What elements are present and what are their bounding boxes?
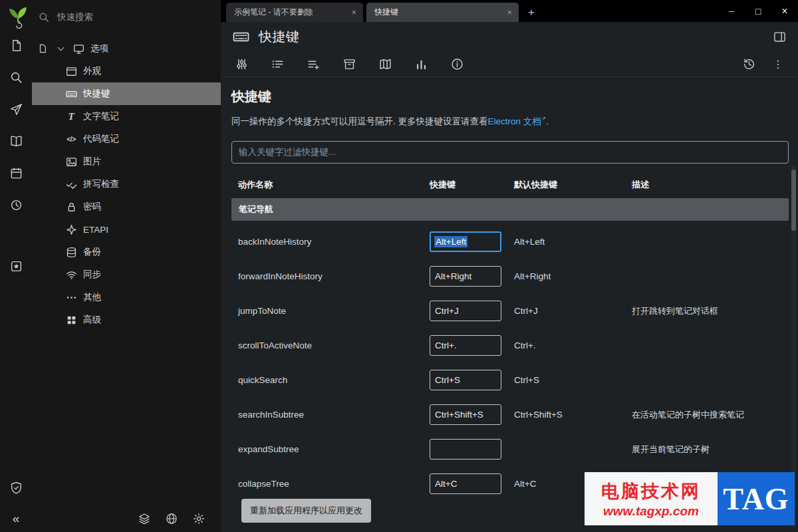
tab-sample-note[interactable]: 示例笔记 - 请不要删除 × xyxy=(226,3,363,22)
new-tab-button[interactable]: + xyxy=(522,3,541,22)
jump-to-note-icon[interactable] xyxy=(9,102,23,116)
sidebar-item-other[interactable]: 其他 xyxy=(32,286,221,309)
scrollbar-thumb[interactable] xyxy=(791,170,796,231)
shortcut-input[interactable]: Alt+Left xyxy=(430,231,501,252)
ellipsis-icon xyxy=(65,291,77,303)
tree-item-label: 其他 xyxy=(83,291,101,303)
collapse-tree-icon[interactable]: « xyxy=(9,511,23,525)
watermark-title: 电脑技术网 xyxy=(601,479,701,503)
shortcut-filter-input[interactable] xyxy=(231,141,789,164)
default-shortcut: Ctrl+S xyxy=(514,375,632,385)
gear-icon[interactable] xyxy=(192,511,206,526)
open-book-icon[interactable] xyxy=(9,134,23,148)
sliders-icon[interactable] xyxy=(235,58,248,70)
plus-icon: + xyxy=(528,6,535,19)
ribbon-toolbar: ⋮ xyxy=(221,52,798,77)
shortcut-input[interactable]: Ctrl+Shift+S xyxy=(430,404,501,425)
quick-search-button[interactable]: 快速搜索 xyxy=(39,11,93,23)
table-row: searchInSubtree Ctrl+Shift+S Ctrl+Shift+… xyxy=(231,398,789,432)
tree-item-label: 同步 xyxy=(83,269,101,281)
note-tree: 选项 外观 xyxy=(32,32,221,532)
shortcut-value: Alt+Left xyxy=(434,236,467,247)
shortcut-input[interactable]: Alt+C xyxy=(430,473,501,494)
right-pane-toggle-icon[interactable] xyxy=(773,31,786,43)
shortcut-description: 打开跳转到笔记对话框 xyxy=(632,305,789,317)
sidebar-item-backup[interactable]: 备份 xyxy=(32,241,221,263)
table-row: forwardInNoteHistory Alt+Right Alt+Right xyxy=(231,259,789,294)
shortcut-input[interactable]: Ctrl+J xyxy=(430,301,501,321)
sidebar-titlebar: 快速搜索 xyxy=(0,0,221,32)
shortcut-input[interactable]: Ctrl+S xyxy=(430,370,501,390)
maximize-button[interactable]: □ xyxy=(745,0,771,22)
shortcut-input[interactable] xyxy=(430,439,501,460)
tree-bottom-toolbar xyxy=(137,511,206,526)
info-icon[interactable] xyxy=(451,58,464,70)
sidebar-item-options-root[interactable]: 选项 xyxy=(32,37,221,60)
tab-label: 示例笔记 - 请不要删除 xyxy=(234,7,346,18)
wifi-icon xyxy=(65,269,77,281)
sidebar-item-text-notes[interactable]: T 文字笔记 xyxy=(32,105,221,128)
search-icon[interactable] xyxy=(9,70,23,84)
sidebar-item-password[interactable]: 密码 xyxy=(32,196,221,218)
sidebar-item-advanced[interactable]: 高级 xyxy=(32,309,221,331)
tree-item-label: 文字笔记 xyxy=(83,110,119,122)
globe-icon[interactable] xyxy=(164,511,179,526)
search-icon xyxy=(39,12,49,23)
new-note-icon[interactable] xyxy=(9,38,23,53)
sidebar-item-appearance[interactable]: 外观 xyxy=(32,60,221,82)
close-icon[interactable]: × xyxy=(507,7,512,17)
shortcut-value: Ctrl+J xyxy=(435,306,459,316)
minimize-button[interactable]: ─ xyxy=(718,0,745,22)
shortcut-value: Ctrl+Shift+S xyxy=(435,410,483,420)
tree-item-label: 外观 xyxy=(83,65,101,77)
page-icon xyxy=(37,43,49,55)
shortcut-value: Alt+Right xyxy=(435,271,471,281)
map-icon[interactable] xyxy=(379,58,392,70)
tab-label: 快捷键 xyxy=(374,7,501,18)
calendar-icon[interactable] xyxy=(9,166,23,180)
sidebar-item-sync[interactable]: 同步 xyxy=(32,263,221,286)
sidebar-item-etapi[interactable]: ETAPI xyxy=(32,218,221,241)
launcher-pane: « xyxy=(0,32,32,532)
action-name: backInNoteHistory xyxy=(238,237,430,247)
shortcut-input[interactable]: Ctrl+. xyxy=(430,335,501,356)
chevron-down-icon[interactable] xyxy=(55,43,66,55)
shortcut-value: Ctrl+S xyxy=(435,375,460,385)
default-shortcut: Ctrl+J xyxy=(514,306,632,316)
list-plus-icon[interactable] xyxy=(307,58,320,70)
section-header: 笔记导航 xyxy=(231,198,789,221)
bookmarks-icon[interactable] xyxy=(9,259,23,273)
section-label: 笔记导航 xyxy=(239,203,273,215)
sidebar-item-images[interactable]: 图片 xyxy=(32,150,221,173)
shield-icon[interactable] xyxy=(9,480,23,495)
shortcut-value: Ctrl+. xyxy=(435,340,457,350)
bar-chart-icon[interactable] xyxy=(415,58,428,70)
tab-shortcuts[interactable]: 快捷键 × xyxy=(366,3,519,22)
list-icon[interactable] xyxy=(271,58,284,70)
archive-icon[interactable] xyxy=(343,58,356,70)
watermark-badge: TAG xyxy=(723,481,789,517)
kebab-menu-icon[interactable]: ⋮ xyxy=(773,59,783,70)
keyboard-icon xyxy=(233,29,249,45)
layers-icon[interactable] xyxy=(137,511,152,526)
options-content: 快捷键 同一操作的多个快捷方式可以用逗号隔开. 更多快捷键设置请查看Electr… xyxy=(221,77,798,532)
code-icon: </> xyxy=(65,133,77,145)
electron-docs-link[interactable]: Electron 文档 xyxy=(488,116,541,126)
close-icon[interactable]: × xyxy=(351,7,356,17)
sidebar-item-shortcuts[interactable]: 快捷键 xyxy=(32,82,221,105)
action-name: expandSubtree xyxy=(238,444,430,454)
close-button[interactable]: × xyxy=(771,0,798,22)
sidebar-item-spellcheck[interactable]: 拼写检查 xyxy=(32,173,221,196)
shortcut-input[interactable]: Alt+Right xyxy=(430,266,501,287)
history-icon[interactable] xyxy=(743,58,755,70)
reload-app-button[interactable]: 重新加载应用程序以应用更改 xyxy=(241,499,371,523)
chevrons-left-icon: « xyxy=(13,512,20,525)
sidebar-item-code-notes[interactable]: </> 代码笔记 xyxy=(32,128,221,150)
recent-changes-icon[interactable] xyxy=(9,198,23,212)
table-row: backInNoteHistory Alt+Left Alt+Left xyxy=(231,225,789,259)
action-name: forwardInNoteHistory xyxy=(238,271,430,281)
action-name: quickSearch xyxy=(238,375,430,385)
app-window: 快速搜索 xyxy=(0,0,798,532)
watermark: 电脑技术网 www.tagxp.com TAG xyxy=(585,472,795,525)
column-header: 描述 xyxy=(632,179,789,191)
